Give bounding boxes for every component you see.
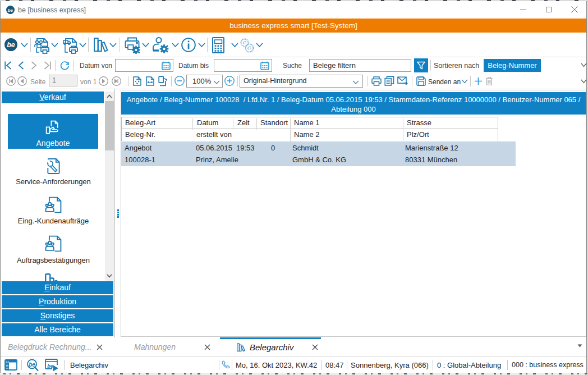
svg-text:be: be — [29, 362, 35, 368]
svg-text:be: be — [47, 363, 53, 369]
svg-text:be: be — [8, 8, 13, 13]
svg-text:be: be — [7, 41, 15, 49]
